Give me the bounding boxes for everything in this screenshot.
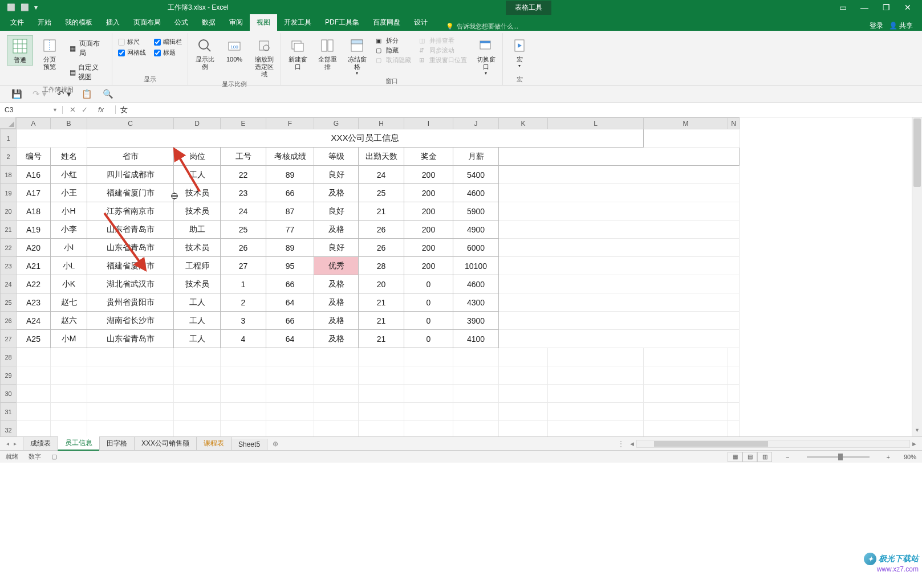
table-cell[interactable]: 25 [359,184,404,202]
table-cell[interactable]: 26 [359,220,404,239]
table-cell[interactable]: 200 [404,184,453,202]
table-cell[interactable]: 助工 [174,220,221,239]
table-cell[interactable]: 3900 [453,312,499,330]
empty-cell[interactable] [728,348,740,366]
row-header[interactable]: 2 [1,148,17,166]
column-header[interactable]: E [221,118,266,129]
table-cell[interactable]: 66 [266,275,314,293]
table-cell[interactable]: 26 [221,239,266,257]
row-header[interactable]: 1 [1,129,17,148]
empty-cell[interactable] [728,421,740,437]
table-cell[interactable]: 小H [51,202,87,220]
table-cell[interactable]: 87 [266,202,314,220]
table-cell[interactable]: A24 [17,312,51,330]
table-cell[interactable]: 山东省青岛市 [87,330,174,348]
empty-cell[interactable] [548,403,644,421]
table-header-cell[interactable]: 姓名 [51,148,87,166]
unhide-button[interactable]: ▢取消隐藏 [376,56,411,64]
empty-cell[interactable] [644,385,728,403]
row-header[interactable]: 20 [1,202,17,220]
table-cell[interactable]: 25 [221,220,266,239]
confirm-icon[interactable]: ✓ [82,105,88,114]
table-cell[interactable]: 66 [266,312,314,330]
cancel-icon[interactable]: ✕ [70,105,76,114]
tab-split-icon[interactable]: ⋮ [618,440,624,448]
table-header-cell[interactable]: 出勤天数 [359,148,404,166]
empty-cell[interactable] [266,403,314,421]
table-cell[interactable]: 4 [221,330,266,348]
page-break-view-icon[interactable]: ▥ [757,452,772,462]
empty-cell[interactable] [453,421,499,437]
table-cell[interactable]: 95 [266,257,314,275]
tab-file[interactable]: 文件 [3,14,31,31]
table-cell[interactable]: 赵六 [51,312,87,330]
empty-cell[interactable] [174,403,221,421]
table-cell[interactable]: 山东省青岛市 [87,239,174,257]
save-icon[interactable]: 💾 [11,89,22,99]
empty-cell[interactable] [51,385,87,403]
empty-cell[interactable] [728,403,740,421]
sheet-tab[interactable]: 成绩表 [23,437,58,451]
empty-cell[interactable] [644,421,728,437]
scroll-right-icon[interactable]: ▶ [910,441,919,447]
empty-cell[interactable] [314,421,359,437]
tab-data[interactable]: 数据 [195,14,222,31]
row-header[interactable]: 28 [1,348,17,366]
tab-pdf[interactable]: PDF工具集 [318,14,366,31]
redo-icon[interactable]: ↷ ▾ [33,89,47,99]
empty-cell[interactable] [728,366,740,385]
table-cell[interactable]: A16 [17,166,51,184]
table-header-cell[interactable]: 编号 [17,148,51,166]
empty-cell[interactable] [644,348,728,366]
empty-cell[interactable] [314,385,359,403]
table-cell[interactable]: 200 [404,202,453,220]
table-cell[interactable]: 21 [359,330,404,348]
table-cell[interactable]: 64 [266,330,314,348]
table-cell[interactable]: A17 [17,184,51,202]
page-layout-button[interactable]: ▦页面布局 [68,38,106,59]
table-cell[interactable]: 3 [221,312,266,330]
paste-icon[interactable]: 📋 [82,89,92,99]
table-cell[interactable]: 江苏省南京市 [87,202,174,220]
empty-cell[interactable] [499,366,548,385]
table-cell[interactable]: 26 [359,239,404,257]
zoom-knob[interactable] [838,454,843,460]
row-header[interactable]: 24 [1,275,17,293]
empty-cell[interactable] [548,421,644,437]
table-cell[interactable]: 小M [51,330,87,348]
row-header[interactable]: 27 [1,330,17,348]
row-header[interactable]: 25 [1,293,17,312]
table-cell[interactable]: 0 [404,275,453,293]
table-cell[interactable]: 良好 [314,239,359,257]
column-header[interactable]: J [453,118,499,129]
table-cell[interactable]: 优秀 [314,257,359,275]
table-cell[interactable]: 22 [221,166,266,184]
table-cell[interactable]: 200 [404,239,453,257]
table-cell[interactable]: 小K [51,275,87,293]
empty-cell[interactable] [17,385,51,403]
empty-cell[interactable] [51,403,87,421]
column-header[interactable]: G [314,118,359,129]
check-ruler[interactable]: 标尺 [118,38,146,46]
table-cell[interactable]: 赵七 [51,293,87,312]
scroll-down-icon[interactable]: ▼ [912,427,922,436]
tab-design[interactable]: 设计 [407,14,434,31]
table-header-cell[interactable]: 岗位 [174,148,221,166]
sheet-tab[interactable]: Sheet5 [231,439,267,451]
table-cell[interactable]: 四川省成都市 [87,166,174,184]
empty-cell[interactable] [174,366,221,385]
empty-cell[interactable] [266,348,314,366]
table-cell[interactable]: 小红 [51,166,87,184]
table-header-cell[interactable]: 月薪 [453,148,499,166]
table-cell[interactable]: 4100 [453,330,499,348]
table-cell[interactable]: 66 [266,184,314,202]
table-cell[interactable]: 64 [266,293,314,312]
table-cell[interactable]: 技术员 [174,184,221,202]
empty-cell[interactable] [51,421,87,437]
table-cell[interactable]: 0 [404,312,453,330]
empty-cell[interactable] [314,348,359,366]
scroll-thumb[interactable] [654,441,768,447]
zoom-100-button[interactable]: 100100% [221,35,247,64]
empty-cell[interactable] [87,403,174,421]
zoom-button[interactable]: 显示比例 [192,35,218,72]
